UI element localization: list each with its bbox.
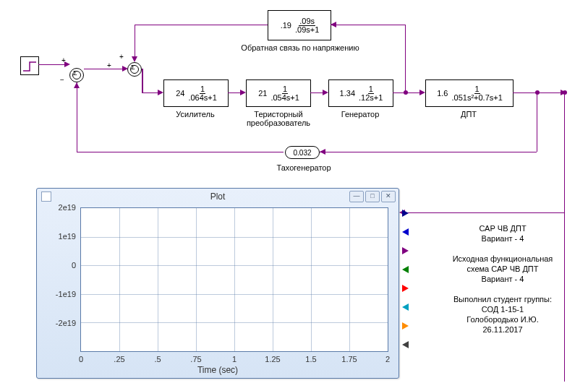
gen-label: Генератор <box>328 110 392 119</box>
block-thyristor[interactable]: 21 1.054s+1 <box>246 79 311 107</box>
block-feedback[interactable]: .19 .09s .09s+1 <box>268 10 331 40</box>
tacho-label: Тахогенератор <box>253 163 354 172</box>
plot-title: Plot <box>210 192 226 202</box>
series-marker-7 <box>402 322 409 330</box>
series-marker-4 <box>402 266 409 273</box>
plot-window[interactable]: Plot — □ ✕ 2e19 1e19 0 -1e19 -2e19 0 .25… <box>36 188 399 379</box>
series-marker-6 <box>402 304 409 311</box>
series-marker-2 <box>402 228 409 236</box>
plot-window-icon <box>41 192 51 202</box>
plot-axes[interactable] <box>80 207 388 352</box>
series-marker-3 <box>402 247 409 254</box>
sum-outer[interactable]: Σ <box>69 68 84 82</box>
plot-xlabel: Time (sec) <box>37 365 399 375</box>
feedback-label: Обратная связь по напряжению <box>210 43 391 52</box>
dpt-label: ДПТ <box>425 110 512 119</box>
block-generator[interactable]: 1.34 1.12s+1 <box>328 79 393 107</box>
sigma-icon: Σ <box>131 64 135 71</box>
series-marker-1 <box>402 210 409 217</box>
maximize-button[interactable]: □ <box>365 191 380 202</box>
step-source[interactable] <box>20 56 39 75</box>
block-amplifier[interactable]: 24 1.064s+1 <box>163 79 229 107</box>
series-marker-5 <box>402 285 409 292</box>
amp-label: Усилитель <box>163 110 227 119</box>
block-dpt[interactable]: 1.6 1.051s²+0.7s+1 <box>425 79 514 107</box>
sum-inner[interactable]: Σ <box>127 62 142 77</box>
sigma-icon: Σ <box>73 69 77 77</box>
feedback-gain: .19 <box>279 21 293 30</box>
thyr-label: Теристорный преобразователь <box>239 110 318 127</box>
minimize-button[interactable]: — <box>349 191 364 202</box>
series-marker-8 <box>402 341 409 348</box>
close-button[interactable]: ✕ <box>381 191 396 202</box>
info-title: САР ЧВ ДПТ <box>430 224 575 233</box>
block-tacho[interactable]: 0.032 <box>285 146 320 159</box>
